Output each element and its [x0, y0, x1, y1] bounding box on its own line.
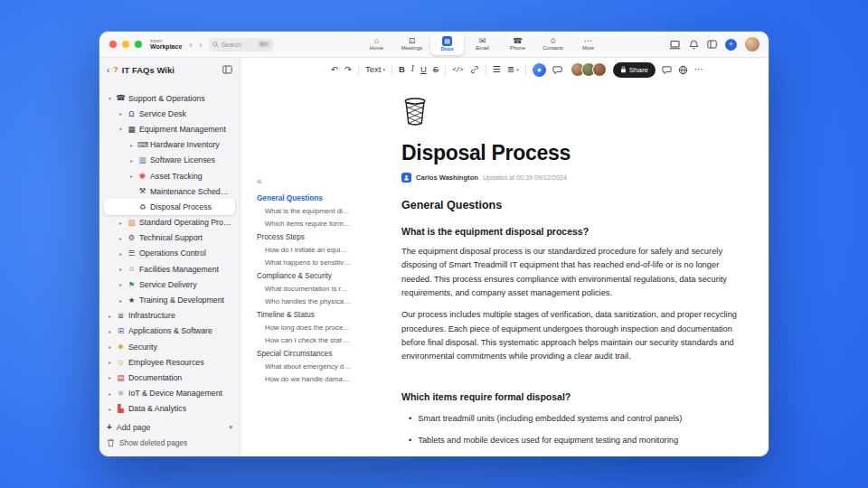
sidebar-item-maintenance-schedules[interactable]: ⚒ Maintenance Schedules [104, 183, 235, 199]
minimize-window-button[interactable] [122, 41, 129, 48]
sidebar-item-employee-resources[interactable]: ▸ ☺ Employee Resources [104, 354, 235, 370]
sidebar-item-support-operations[interactable]: ▾ ☎ Support & Operations [104, 90, 235, 106]
toc-section-link[interactable]: Process Steps [257, 233, 351, 241]
strikethrough-button[interactable]: S [433, 65, 439, 74]
sidebar-item-data-analytics[interactable]: ▸ ▙ Data & Analytics [104, 401, 235, 417]
ai-companion-button[interactable]: ◆ [533, 63, 546, 77]
tab-meetings[interactable]: ⊡ Meetings [395, 33, 429, 55]
chevron-icon[interactable]: ▸ [107, 343, 113, 350]
add-page-button[interactable]: + Add page ▾ [107, 419, 232, 435]
bell-icon[interactable] [689, 40, 699, 50]
toc-item[interactable]: What documentation is req... [265, 285, 351, 293]
sidebar-item-service-delivery[interactable]: ▸ ⚑ Service Delivery [104, 277, 235, 292]
chevron-icon[interactable]: ▸ [107, 359, 113, 365]
sidebar-item-service-desk[interactable]: ▸ Ω Service Desk [104, 106, 235, 121]
toc-section-link[interactable]: Compliance & Security [257, 272, 351, 280]
redo-button[interactable]: ↷ [344, 65, 352, 74]
chevron-icon[interactable]: ▸ [107, 328, 113, 334]
sidebar-back-icon[interactable]: ‹ [107, 65, 109, 75]
chevron-icon[interactable]: ▸ [118, 250, 124, 257]
sidebar-item-iot-device-management[interactable]: ▸ ⚛ IoT & Device Management [104, 386, 235, 401]
show-deleted-pages-button[interactable]: Show deleted pages [107, 435, 232, 450]
forward-icon[interactable]: › [199, 40, 203, 50]
toc-collapse-icon[interactable]: « [257, 177, 351, 186]
zoom-window-button[interactable] [135, 41, 142, 48]
toc-item[interactable]: How long does the process ... [265, 324, 351, 332]
chevron-icon[interactable]: ▸ [128, 157, 135, 164]
collaborator-avatars[interactable] [571, 62, 607, 77]
chevron-icon[interactable]: ▸ [107, 406, 113, 412]
toc-item[interactable]: How can I check the status ... [265, 336, 351, 344]
sidebar-item-training-development[interactable]: ▸ ★ Training & Development [104, 292, 235, 307]
chevron-icon[interactable]: ▸ [118, 220, 124, 226]
sidebar-item-technical-support[interactable]: ▸ ⚙ Technical Support [104, 230, 235, 246]
sidebar-item-equipment-management[interactable]: ▾ ▦ Equipment Management [104, 121, 235, 136]
tab-contacts[interactable]: ☺ Contacts [536, 33, 570, 55]
chevron-icon[interactable]: ▸ [118, 110, 124, 117]
sidebar-item-applications-software[interactable]: ▸ ⊞ Applications & Software [104, 324, 235, 339]
chevron-icon[interactable]: ▸ [128, 142, 135, 148]
text-style-dropdown[interactable]: Text▾ [365, 65, 385, 74]
toc-item[interactable]: How do we handle damage... [265, 375, 351, 383]
sidebar-item-infrastructure[interactable]: ▸ ≣ Infrastructure [104, 308, 235, 324]
user-avatar[interactable] [745, 37, 760, 52]
sidebar-item-documentation[interactable]: ▸ ▤ Documentation [104, 370, 235, 385]
toc-item[interactable]: Who handles the physical di... [265, 297, 351, 305]
chevron-icon[interactable]: ▸ [118, 235, 124, 241]
sidebar-item-security[interactable]: ▸ ◈ Security [104, 339, 235, 354]
new-button[interactable]: + [725, 39, 737, 51]
device-icon[interactable] [669, 40, 681, 50]
page-emoji-trash-icon[interactable] [401, 96, 745, 130]
bold-button[interactable]: B [399, 65, 405, 74]
underline-button[interactable]: U [420, 65, 427, 74]
italic-button[interactable]: I [411, 65, 414, 74]
collapse-sidebar-icon[interactable] [222, 65, 232, 74]
chevron-icon[interactable]: ▸ [107, 313, 113, 319]
tab-email[interactable]: ✉ Email [466, 33, 499, 55]
bullet-list-icon[interactable]: ☰ [493, 65, 501, 74]
toc-section-link[interactable]: Timeline & Status [257, 311, 351, 319]
sidebar-item-standard-operating-procedures[interactable]: ▸ ▧ Standard Operating Procedures [104, 215, 235, 230]
toc-section-link[interactable]: Special Circumstances [257, 350, 351, 358]
sidebar-item-software-licenses[interactable]: ▸ ▥ Software Licenses [104, 153, 235, 168]
chevron-icon[interactable]: ▾ [107, 95, 113, 101]
back-icon[interactable]: ‹ [189, 40, 193, 50]
tab-more[interactable]: ⋯ More [571, 33, 605, 55]
toc-item[interactable]: Which items require formal ... [265, 220, 351, 228]
chevron-icon[interactable]: ▾ [118, 126, 124, 132]
sidebar-item-facilities-management[interactable]: ▸ ⌂ Facilities Management [104, 261, 235, 277]
main-panel: ↶ ↷ Text▾ B I U S </> ☰ ≣▾ ◆ [241, 58, 769, 456]
collaborator-avatar[interactable] [592, 62, 607, 77]
chevron-icon[interactable]: ▸ [118, 266, 124, 272]
search-input[interactable]: Search ⌘F [209, 38, 274, 52]
sidebar-item-hardware-inventory[interactable]: ▸ ⌨ Hardware Inventory [104, 137, 235, 153]
sidebar-toggle-icon[interactable] [707, 40, 717, 49]
chevron-icon[interactable]: ▸ [128, 173, 135, 179]
toc-item[interactable]: What is the equipment disp... [265, 207, 351, 215]
more-options-icon[interactable]: ⋯ [694, 65, 703, 74]
toc-item[interactable]: What happens to sensitive ... [265, 258, 351, 267]
comments-panel-icon[interactable] [662, 65, 672, 75]
globe-icon[interactable] [678, 65, 688, 75]
close-window-button[interactable] [109, 41, 117, 48]
toc-item[interactable]: What about emergency dis... [265, 362, 351, 371]
sidebar-item-disposal-process[interactable]: ♻ Disposal Process [104, 199, 235, 214]
align-dropdown[interactable]: ≣▾ [507, 65, 519, 74]
sidebar-item-operations-control[interactable]: ▸ ☰ Operations Control [104, 246, 235, 261]
chevron-icon[interactable]: ▸ [107, 390, 113, 397]
sidebar-item-asset-tracking[interactable]: ▸ ◉ Asset Tracking [104, 168, 235, 183]
chevron-icon[interactable]: ▸ [118, 297, 124, 304]
comment-icon[interactable] [552, 65, 562, 75]
chevron-icon[interactable]: ▸ [118, 281, 124, 287]
tab-docs[interactable]: ▤ Docs [430, 33, 464, 55]
tab-phone[interactable]: ☎ Phone [501, 33, 534, 55]
code-button[interactable]: </> [452, 67, 464, 73]
toc-section-link[interactable]: General Questions [257, 194, 351, 202]
share-button[interactable]: Share [613, 62, 656, 78]
toc-item[interactable]: How do I initiate an equipm... [265, 246, 351, 254]
chevron-icon[interactable]: ▸ [107, 374, 113, 380]
undo-button[interactable]: ↶ [331, 65, 338, 74]
chevron-down-icon[interactable]: ▾ [229, 424, 232, 431]
tab-home[interactable]: ⌂ Home [360, 33, 393, 55]
link-icon[interactable] [470, 65, 479, 74]
